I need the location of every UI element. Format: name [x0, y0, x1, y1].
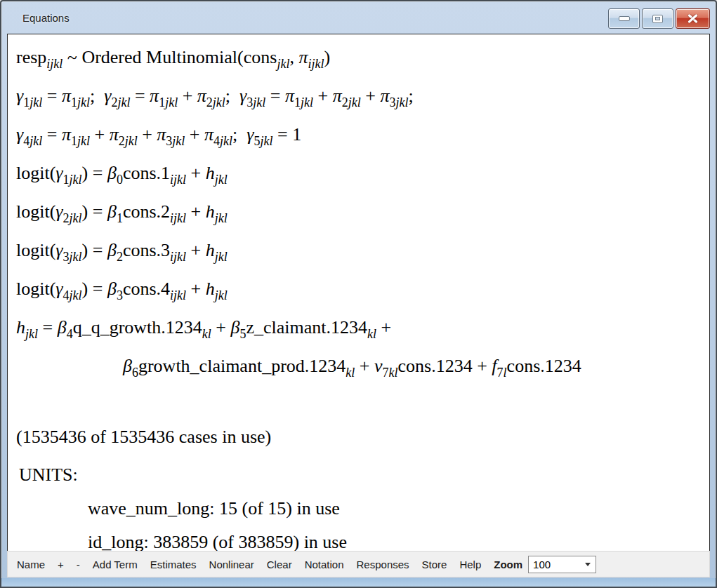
caption-buttons — [608, 8, 710, 29]
equation-line: β6growth_claimant_prod.1234kl + v7klcons… — [16, 350, 709, 389]
toolbar-button-nonlinear[interactable]: Nonlinear — [203, 556, 261, 573]
toolbar-button-estimates[interactable]: Estimates — [144, 556, 203, 573]
equation-lines: respijkl ~ Ordered Multinomial(consjkl, … — [16, 41, 709, 389]
cases-in-use: (1535436 of 1535436 cases in use) — [16, 421, 709, 453]
units-heading: UNITS: — [16, 459, 709, 491]
toolbar-button-clear[interactable]: Clear — [261, 556, 298, 573]
toolbar-button-responses[interactable]: Responses — [350, 556, 416, 573]
close-button[interactable] — [676, 8, 710, 29]
toolbar-button-[interactable]: - — [70, 556, 86, 573]
zoom-value: 100 — [529, 559, 585, 570]
chevron-down-icon — [585, 563, 591, 566]
equation-line: γ1jkl = π1jkl; γ2jkl = π1jkl + π2jkl; γ3… — [16, 80, 709, 119]
minimize-icon — [619, 16, 630, 21]
bottom-toolbar: Name+-Add TermEstimatesNonlinearClearNot… — [7, 551, 710, 577]
maximize-button[interactable] — [642, 8, 673, 29]
toolbar-button-help[interactable]: Help — [453, 556, 487, 573]
maximize-icon — [652, 15, 663, 23]
unit-line: wave_num_long: 15 (of 15) in use — [16, 493, 709, 525]
close-icon — [688, 14, 698, 23]
minimize-button[interactable] — [608, 8, 640, 29]
toolbar-button-add-term[interactable]: Add Term — [86, 556, 144, 573]
toolbar-button-[interactable]: + — [51, 556, 70, 573]
equation-line: logit(γ2jkl) = β1cons.2ijkl + hjkl — [16, 196, 709, 234]
equation-line: logit(γ3jkl) = β2cons.3ijkl + hjkl — [16, 234, 709, 273]
unit-lines: wave_num_long: 15 (of 15) in useid_long:… — [16, 493, 709, 551]
toolbar-button-store[interactable]: Store — [416, 556, 454, 573]
equations-area[interactable]: respijkl ~ Ordered Multinomial(consjkl, … — [7, 34, 710, 551]
toolbar-button-notation[interactable]: Notation — [298, 556, 350, 573]
equation-line: logit(γ4jkl) = β3cons.4ijkl + hjkl — [16, 273, 709, 312]
equation-line: logit(γ1jkl) = β0cons.1ijkl + hjkl — [16, 157, 709, 196]
equation-line: hjkl = β4q_q_growth.1234kl + β5z_claiman… — [16, 312, 709, 350]
zoom-combobox[interactable]: 100 — [528, 556, 596, 573]
title-bar[interactable]: Equations — [1, 1, 716, 34]
equation-line: γ4jkl = π1jkl + π2jkl + π3jkl + π4jkl; γ… — [16, 119, 709, 157]
equation-line: respijkl ~ Ordered Multinomial(consjkl, … — [16, 41, 709, 80]
unit-line: id_long: 383859 (of 383859) in use — [16, 526, 709, 551]
toolbar-button-name[interactable]: Name — [11, 556, 51, 573]
equations-window: Equations respijkl ~ Ordered Multinomial… — [0, 0, 717, 588]
window-frame-bottom — [1, 578, 716, 587]
window-title: Equations — [22, 12, 70, 24]
zoom-label: Zoom — [487, 556, 527, 573]
